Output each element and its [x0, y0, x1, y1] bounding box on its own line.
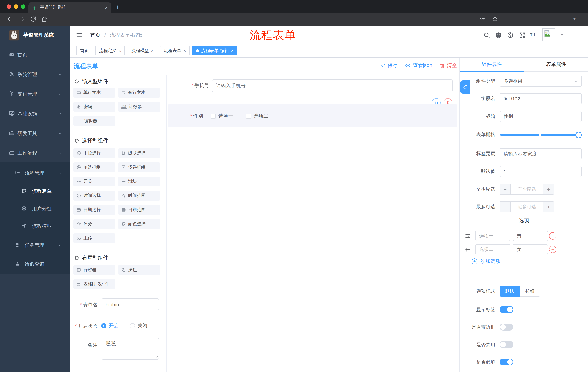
- gender-option-2[interactable]: 选项二: [246, 113, 268, 119]
- label-width-input[interactable]: [500, 148, 582, 159]
- option-label-input[interactable]: [475, 244, 511, 255]
- palette-item-time-range[interactable]: 时间范围: [118, 191, 160, 201]
- sidebar-item-infra[interactable]: 基础设施: [0, 105, 70, 123]
- sidebar-item-home[interactable]: 首页: [0, 45, 70, 64]
- palette-item-time[interactable]: 时间选择: [74, 191, 115, 201]
- tag-close-icon[interactable]: ×: [151, 48, 154, 53]
- avatar[interactable]: [542, 28, 555, 42]
- stepper-plus-button[interactable]: +: [543, 184, 554, 194]
- palette-item-table[interactable]: 表格[开发中]: [74, 279, 115, 289]
- sidebar-item-process-mgmt[interactable]: 流程管理: [0, 164, 70, 182]
- disabled-toggle[interactable]: [500, 341, 514, 348]
- palette-item-select[interactable]: 下拉选择: [74, 148, 115, 158]
- option-value-input[interactable]: [513, 231, 548, 241]
- tag-process-form[interactable]: 流程表单×: [160, 46, 189, 55]
- title-input[interactable]: [500, 111, 582, 122]
- palette-item-upload[interactable]: 上传: [74, 233, 115, 243]
- drag-handle-icon[interactable]: [465, 233, 471, 239]
- fullscreen-icon[interactable]: [519, 32, 526, 39]
- palette-item-color[interactable]: 颜色选择: [118, 219, 160, 229]
- font-size-icon[interactable]: тT: [530, 31, 536, 37]
- sidebar-item-devtools[interactable]: 研发工具: [0, 124, 70, 142]
- add-option-button[interactable]: + 添加选项: [472, 258, 501, 265]
- help-icon[interactable]: [507, 32, 514, 39]
- tag-home[interactable]: 首页: [76, 46, 92, 55]
- search-icon[interactable]: [483, 32, 490, 39]
- macos-minimize-button[interactable]: [14, 4, 18, 9]
- component-type-select[interactable]: 多选框组: [500, 76, 582, 87]
- palette-item-rate[interactable]: 评分: [74, 219, 115, 229]
- checkbox-icon[interactable]: [211, 114, 216, 119]
- palette-item-multi-text[interactable]: 多行文本: [118, 88, 160, 97]
- tab-close-icon[interactable]: ×: [105, 5, 108, 10]
- field-name-input[interactable]: [500, 93, 582, 104]
- github-icon[interactable]: [495, 32, 502, 39]
- home-icon[interactable]: [41, 16, 48, 22]
- forward-icon[interactable]: [18, 16, 25, 22]
- sidebar-item-user-group[interactable]: 用户分组: [0, 200, 70, 217]
- reload-icon[interactable]: [30, 16, 37, 22]
- form-grid-slider[interactable]: [500, 129, 582, 140]
- sidebar-item-system[interactable]: 系统管理: [0, 65, 70, 83]
- form-name-input[interactable]: [102, 298, 159, 310]
- avatar-caret-icon[interactable]: ▼: [560, 33, 564, 36]
- palette-item-switch[interactable]: 开关: [74, 177, 115, 186]
- stepper-minus-button[interactable]: −: [500, 184, 511, 194]
- show-label-toggle[interactable]: [500, 306, 514, 313]
- password-key-icon[interactable]: [480, 16, 485, 21]
- remove-option-button[interactable]: −: [549, 246, 556, 253]
- toolbar-caret-icon[interactable]: ▼: [573, 17, 576, 21]
- bookmark-star-icon[interactable]: [492, 16, 498, 22]
- browser-tab[interactable]: 芋道管理系统 ×: [28, 2, 111, 13]
- stepper-input[interactable]: 最多可选: [511, 202, 543, 212]
- clear-button[interactable]: 清空: [440, 62, 457, 69]
- palette-item-counter[interactable]: 123计数器: [118, 102, 160, 112]
- tag-close-icon[interactable]: ×: [183, 48, 186, 53]
- palette-item-date[interactable]: 日期选择: [74, 205, 115, 215]
- stepper-input[interactable]: 至少应选: [511, 184, 543, 194]
- new-tab-button[interactable]: +: [116, 3, 119, 12]
- sidebar-item-workflow[interactable]: 工作流程: [0, 144, 70, 162]
- style-button-button[interactable]: 按钮: [520, 286, 540, 297]
- tag-close-icon[interactable]: ×: [231, 48, 234, 53]
- status-radio-off[interactable]: 关闭: [130, 322, 147, 329]
- checkbox-icon[interactable]: [246, 114, 251, 119]
- stepper-minus-button[interactable]: −: [500, 202, 511, 212]
- sidebar-item-payment[interactable]: 支付管理: [0, 85, 70, 103]
- stepper-plus-button[interactable]: +: [543, 202, 554, 212]
- sidebar-item-task-mgmt[interactable]: 任务管理: [0, 236, 70, 254]
- palette-item-cascader[interactable]: 级联选择: [118, 148, 160, 158]
- gender-option-1[interactable]: 选项一: [211, 113, 233, 119]
- remove-option-button[interactable]: −: [549, 232, 556, 240]
- tab-component-props[interactable]: 组件属性: [460, 57, 524, 71]
- border-toggle[interactable]: [500, 324, 514, 330]
- view-json-button[interactable]: 查看json: [405, 62, 432, 69]
- drag-handle-icon[interactable]: [465, 246, 471, 253]
- save-button[interactable]: 保存: [381, 62, 398, 69]
- macos-close-button[interactable]: [7, 4, 11, 9]
- sidebar-item-process-form[interactable]: 流程表单: [0, 182, 70, 200]
- palette-item-editor[interactable]: 编辑器: [74, 116, 115, 126]
- form-remark-textarea[interactable]: 嘿嘿: [102, 338, 159, 360]
- sidebar-item-process-model[interactable]: 流程模型: [0, 217, 70, 235]
- default-value-input[interactable]: [500, 166, 582, 177]
- palette-item-radio-group[interactable]: 单选框组: [74, 162, 115, 172]
- required-toggle[interactable]: [500, 359, 514, 365]
- macos-zoom-button[interactable]: [21, 4, 25, 9]
- tab-form-props[interactable]: 表单属性: [524, 57, 588, 71]
- option-label-input[interactable]: [475, 231, 511, 241]
- hamburger-icon[interactable]: [76, 32, 83, 39]
- status-radio-on[interactable]: 开启: [101, 322, 119, 329]
- palette-item-password[interactable]: 密码: [74, 102, 115, 112]
- sidebar-item-leave-query[interactable]: 请假查询: [0, 255, 70, 273]
- form-canvas[interactable]: *手机号 *性别 选项一 选项二: [167, 74, 459, 372]
- palette-item-date-range[interactable]: 日期范围: [118, 205, 160, 215]
- palette-item-single-text[interactable]: 单行文本: [74, 88, 115, 97]
- selected-widget-gender[interactable]: *性别 选项一 选项二: [168, 105, 457, 127]
- phone-input[interactable]: [212, 79, 453, 92]
- tag-process-form-edit[interactable]: 流程表单-编辑×: [192, 46, 237, 55]
- palette-item-button[interactable]: 按钮: [118, 265, 160, 275]
- tag-close-icon[interactable]: ×: [119, 48, 121, 53]
- slider-handle[interactable]: [575, 132, 582, 138]
- tag-process-definition[interactable]: 流程定义×: [95, 46, 125, 55]
